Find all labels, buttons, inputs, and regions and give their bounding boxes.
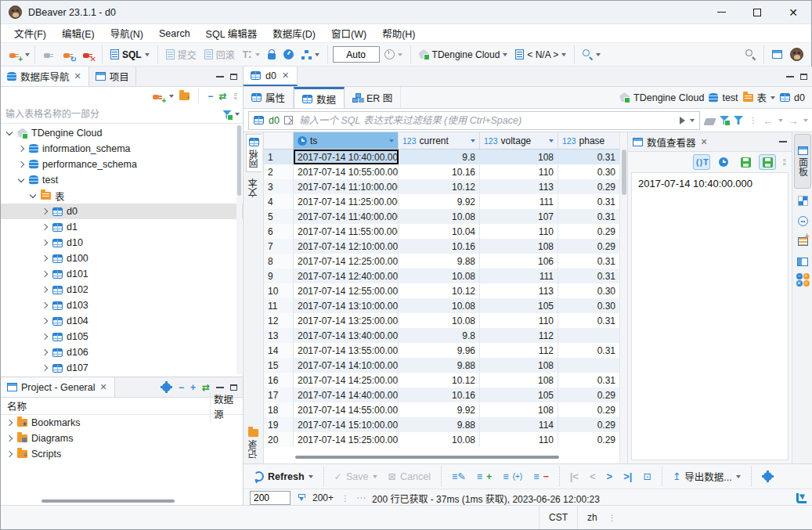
tab-grid-presentation[interactable]: 网格 xyxy=(246,134,262,172)
voltage-cell[interactable]: 111 xyxy=(480,269,558,283)
table-row-15[interactable]: 152017-07-14 14:10:00.0009.88108 xyxy=(264,358,619,373)
editor-tab-d0[interactable]: d0 ✕ xyxy=(244,67,298,86)
corner-header[interactable] xyxy=(264,132,294,149)
fetch-more-icon[interactable] xyxy=(297,494,306,503)
current-cell[interactable]: 10.08 xyxy=(399,432,480,447)
column-header-ts[interactable]: ts xyxy=(294,132,399,149)
current-cell[interactable]: 10.08 xyxy=(399,313,480,328)
tree-item-d106[interactable]: d106 xyxy=(1,344,243,360)
column-header-current[interactable]: 123 current xyxy=(399,132,480,149)
ts-cell[interactable]: 2017-07-14 15:10:00.000 xyxy=(294,417,399,432)
column-header-voltage[interactable]: 123 voltage xyxy=(480,132,558,149)
delete-row-button[interactable]: ≡− xyxy=(529,469,553,485)
save-dropdown[interactable] xyxy=(373,475,377,478)
chevron-down-icon[interactable] xyxy=(18,175,24,182)
project-link-icon[interactable]: ⇄ xyxy=(202,382,210,393)
chevron-right-icon[interactable] xyxy=(42,318,48,324)
project-item-Scripts[interactable]: ≡Scripts xyxy=(1,446,243,462)
row-number-cell[interactable]: 20 xyxy=(264,432,294,447)
menu-item-2[interactable]: 导航(N) xyxy=(103,24,150,42)
table-row-16[interactable]: 162017-07-14 14:25:00.00010.121080.31 xyxy=(264,373,619,388)
save-button[interactable]: ✓ Save xyxy=(330,468,381,485)
current-column-dropdown[interactable] xyxy=(471,139,475,142)
column-name-header[interactable]: 名称 xyxy=(1,398,210,413)
chevron-right-icon[interactable] xyxy=(42,334,48,340)
table-row-5[interactable]: 52017-07-14 11:40:00.00010.081070.31 xyxy=(264,209,619,224)
tab-database-navigator[interactable]: 数据库导航 ✕ xyxy=(1,67,89,86)
phase-cell[interactable]: 0.30 xyxy=(558,283,619,298)
tab-record-mode[interactable]: 记录 xyxy=(246,426,261,462)
table-row-18[interactable]: 182017-07-14 14:55:00.0009.921080.29 xyxy=(264,402,619,417)
save-value-auto-button[interactable] xyxy=(759,154,776,170)
voltage-cell[interactable]: 106 xyxy=(480,254,558,269)
calc-panel-icon[interactable] xyxy=(794,192,811,209)
voltage-cell[interactable]: 108 xyxy=(480,239,558,254)
voltage-cell[interactable]: 113 xyxy=(480,283,558,298)
ts-cell[interactable]: 2017-07-14 14:10:00.000 xyxy=(294,358,399,373)
phase-cell[interactable]: 0.31 xyxy=(558,209,619,224)
prev-page-button[interactable]: < xyxy=(586,468,600,485)
row-number-cell[interactable]: 11 xyxy=(264,298,294,313)
chevron-right-icon[interactable] xyxy=(42,349,48,355)
ts-cell[interactable]: 2017-07-14 12:10:00.000 xyxy=(294,239,399,254)
value-viewer-content[interactable]: 2017-07-14 10:40:00.000 xyxy=(631,172,789,460)
project-settings-icon[interactable] xyxy=(162,383,171,391)
breadcrumb-dropdown[interactable] xyxy=(770,96,775,99)
phase-cell[interactable]: 0.29 xyxy=(558,402,619,417)
project-item-Diagrams[interactable]: ▦Diagrams xyxy=(1,431,243,446)
row-number-cell[interactable]: 8 xyxy=(264,254,294,269)
chevron-right-icon[interactable] xyxy=(18,161,24,168)
menu-item-7[interactable]: 帮助(H) xyxy=(375,24,422,42)
voltage-cell[interactable]: 108 xyxy=(480,150,558,164)
rollback-button[interactable]: 回滚 xyxy=(201,45,238,63)
tree-item-test[interactable]: test xyxy=(1,172,243,188)
breadcrumb-database[interactable]: test xyxy=(709,92,738,103)
add-row-button[interactable]: ≡+ xyxy=(473,469,496,485)
table-row-13[interactable]: 132017-07-14 13:40:00.0009.8112 xyxy=(264,328,619,343)
breadcrumb-table-d0[interactable]: d0 xyxy=(780,92,805,103)
text-view-button[interactable]: ⟨⟩T xyxy=(693,154,710,170)
menu-item-4[interactable]: SQL 编辑器 xyxy=(199,24,265,42)
ts-cell[interactable]: 2017-07-14 14:40:00.000 xyxy=(294,388,399,402)
current-cell[interactable]: 9.96 xyxy=(399,343,480,358)
ts-cell[interactable]: 2017-07-14 13:10:00.000 xyxy=(294,298,399,313)
column-header-phase[interactable]: 123 phase xyxy=(558,132,619,149)
chevron-right-icon[interactable] xyxy=(42,287,48,293)
phase-cell[interactable]: 0.31 xyxy=(558,269,619,283)
tab-properties[interactable]: 属性 xyxy=(244,87,294,108)
last-page-button[interactable]: >| xyxy=(619,468,636,485)
nav-forward-icon[interactable]: → xyxy=(788,114,799,127)
project-expand-icon[interactable]: + xyxy=(190,382,196,393)
fetch-size-input[interactable] xyxy=(250,491,291,505)
grid-hscrollbar[interactable] xyxy=(295,456,588,460)
ts-cell[interactable]: 2017-07-14 15:25:00.000 xyxy=(294,432,399,447)
save-filter-icon[interactable] xyxy=(720,116,729,124)
voltage-cell[interactable]: 110 xyxy=(480,164,558,179)
navigator-filter-input[interactable] xyxy=(4,108,219,121)
ts-cell[interactable]: 2017-07-14 13:25:00.000 xyxy=(294,313,399,328)
current-cell[interactable]: 9.8 xyxy=(399,150,480,164)
row-number-cell[interactable]: 7 xyxy=(264,239,294,254)
phase-cell[interactable]: 0.31 xyxy=(558,343,619,358)
phase-cell[interactable]: 0.29 xyxy=(558,417,619,432)
chevron-right-icon[interactable] xyxy=(42,255,48,261)
table-row-4[interactable]: 42017-07-14 11:25:00.0009.921110.31 xyxy=(264,194,619,209)
row-number-cell[interactable]: 17 xyxy=(264,388,294,402)
apply-filter-icon[interactable] xyxy=(680,117,685,124)
chevron-right-icon[interactable] xyxy=(42,302,48,308)
phase-cell[interactable]: 0.30 xyxy=(558,164,619,179)
first-page-button[interactable]: |< xyxy=(566,468,583,485)
transaction-dropdown[interactable] xyxy=(255,53,260,56)
datetime-view-button[interactable] xyxy=(715,154,732,170)
row-number-cell[interactable]: 2 xyxy=(264,164,294,179)
row-number-cell[interactable]: 4 xyxy=(264,194,294,209)
timezone-indicator[interactable]: CST xyxy=(540,506,578,529)
current-cell[interactable]: 9.88 xyxy=(399,417,480,432)
project-maximize-icon[interactable] xyxy=(230,384,237,391)
voltage-cell[interactable]: 111 xyxy=(480,194,558,209)
navigator-menu-icon[interactable]: ⁞⁞ xyxy=(232,92,238,101)
ts-column-dropdown[interactable] xyxy=(389,139,394,142)
menu-item-5[interactable]: 数据库(D) xyxy=(265,24,323,42)
row-number-cell[interactable]: 16 xyxy=(264,373,294,388)
table-row-3[interactable]: 32017-07-14 11:10:00.00010.121130.29 xyxy=(264,179,619,194)
